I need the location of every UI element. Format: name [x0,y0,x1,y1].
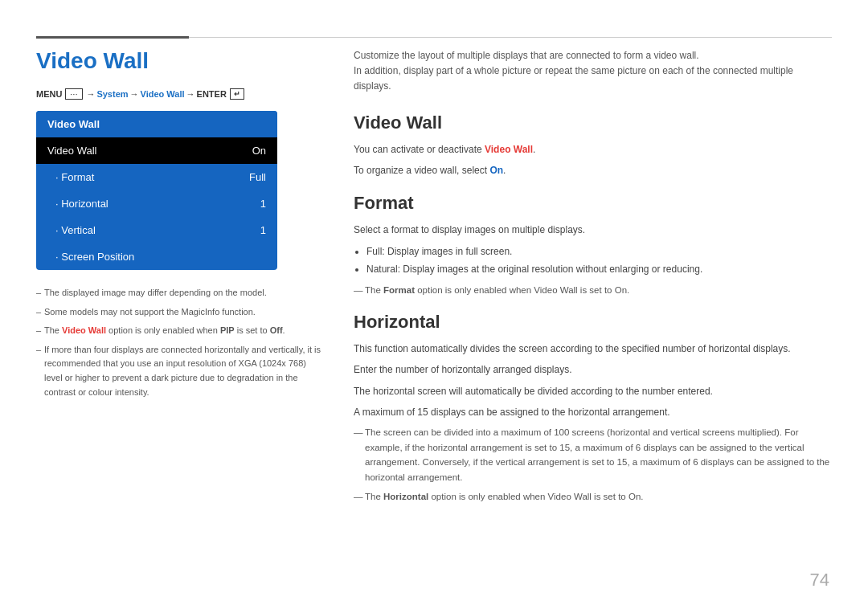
section-body-vw2: To organize a video wall, select On. [354,162,832,178]
notes-section: The displayed image may differ depending… [36,286,326,399]
menu-item-label: Video Wall [47,145,96,157]
menu-box: Video Wall Video Wall On · Format Full ·… [36,111,277,270]
menu-item-label: · Format [55,171,94,183]
menu-icon [65,88,83,100]
section-videowall: Video Wall You can activate or deactivat… [354,112,832,179]
section-horizontal: Horizontal This function automatically d… [354,312,832,505]
page-title: Video Wall [36,48,326,74]
note-4: If more than four displays are connected… [36,343,326,399]
format-bullet-list: Full: Display images in full screen. Nat… [366,243,832,278]
intro-line-2: In addition, display part of a whole pic… [354,63,832,94]
menu-item-value: 1 [260,224,266,236]
section-title-videowall: Video Wall [354,112,832,133]
section-title-format: Format [354,193,832,214]
menu-item-format[interactable]: · Format Full [36,164,277,190]
menu-item-label: · Horizontal [55,198,108,210]
section-body-vw1: You can activate or deactivate Video Wal… [354,141,832,157]
menu-item-value: On [252,145,266,157]
section-title-horizontal: Horizontal [354,312,832,333]
horizontal-note-2: The Horizontal option is only enabled wh… [354,489,832,504]
horizontal-note-1: The screen can be divided into a maximum… [354,425,832,484]
arrow-2: → [130,89,139,99]
intro-line-1: Customize the layout of multiple display… [354,48,832,63]
note-1: The displayed image may differ depending… [36,286,326,300]
menu-item-label: · Screen Position [55,251,134,263]
section-body-h2: Enter the number of horizontally arrange… [354,362,832,378]
intro-text: Customize the layout of multiple display… [354,48,832,95]
section-body-format: Select a format to display images on mul… [354,222,832,238]
bullet-natural: Natural: Display images at the original … [366,261,832,277]
top-bar [36,36,832,39]
bullet-full: Full: Display images in full screen. [366,243,832,260]
arrow-1: → [86,89,95,99]
top-bar-line [189,37,832,38]
note-3: The Video Wall option is only enabled wh… [36,324,326,338]
menu-item-horizontal[interactable]: · Horizontal 1 [36,190,277,217]
left-panel: Video Wall MENU → System → Video Wall → … [36,48,326,404]
menu-item-value: 1 [260,198,266,210]
system-label: System [96,89,128,99]
videowall-label: Video Wall [141,89,185,99]
section-body-h4: A maximum of 15 displays can be assigned… [354,404,832,420]
right-panel: Customize the layout of multiple display… [354,48,832,509]
section-body-h1: This function automatically divides the … [354,341,832,357]
menu-item-screenposition[interactable]: · Screen Position [36,243,277,270]
format-note: The Format option is only enabled when V… [354,283,832,297]
arrow-3: → [186,89,195,99]
menu-path: MENU → System → Video Wall → ENTER [36,88,326,100]
note-2: Some models may not support the MagicInf… [36,305,326,320]
page-number: 74 [810,570,829,591]
top-bar-accent [36,36,189,39]
enter-label: ENTER [197,89,227,99]
section-format: Format Select a format to display images… [354,193,832,297]
menu-item-vertical[interactable]: · Vertical 1 [36,217,277,243]
enter-icon [230,88,244,100]
menu-item-videowall[interactable]: Video Wall On [36,137,277,164]
menu-label: MENU [36,89,62,99]
menu-item-label: · Vertical [55,224,96,236]
menu-item-value: Full [249,171,266,183]
menu-box-header: Video Wall [36,111,277,137]
section-body-h3: The horizontal screen will automatically… [354,383,832,399]
